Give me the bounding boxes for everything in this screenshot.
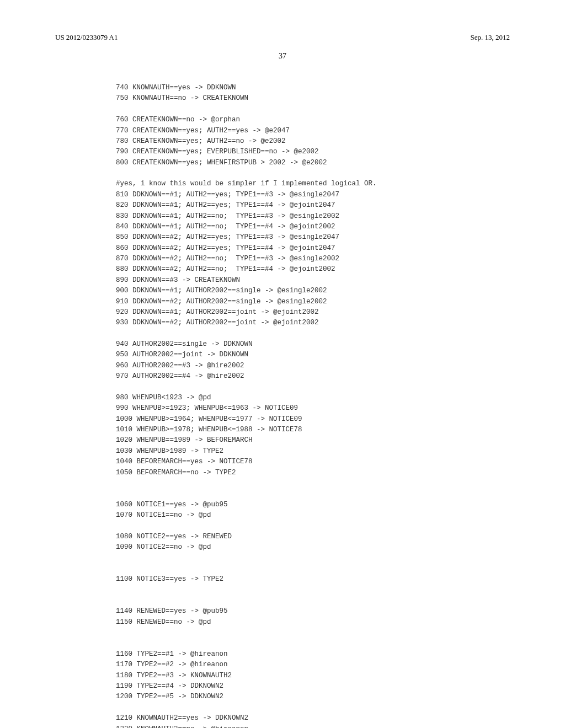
page-number: 37 [55,52,510,61]
code-listing: 740 KNOWNAUTH==yes -> DDKNOWN 750 KNOWNA… [116,83,510,728]
publication-date: Sep. 13, 2012 [471,33,510,42]
page-header: US 2012/0233079 A1 Sep. 13, 2012 [55,33,510,42]
publication-number: US 2012/0233079 A1 [55,33,118,42]
patent-page: US 2012/0233079 A1 Sep. 13, 2012 37 740 … [0,0,565,728]
